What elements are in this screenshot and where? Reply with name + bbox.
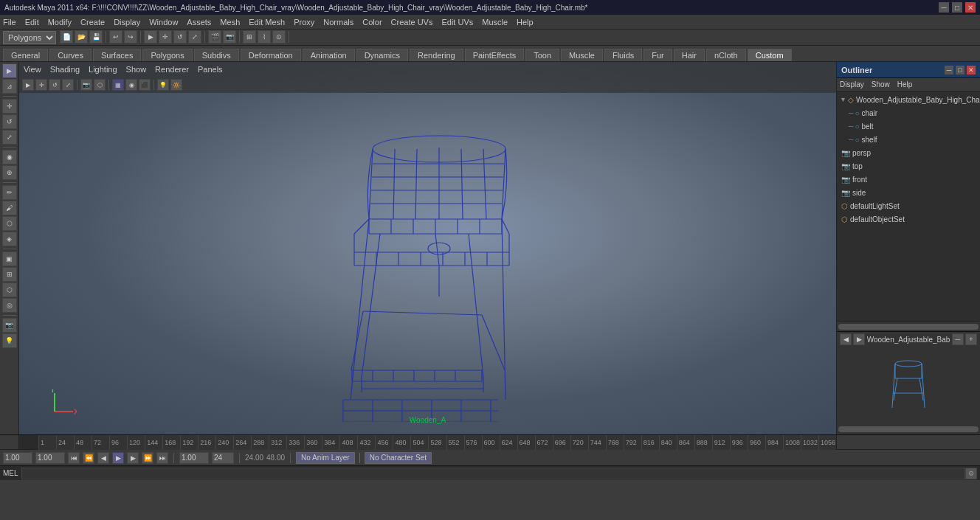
move-btn[interactable]: ✛ [2, 99, 17, 114]
step-back-btn[interactable]: ⏪ [83, 452, 94, 464]
outliner-item-belt[interactable]: ─ ○ belt [837, 119, 980, 133]
vt-persp-btn[interactable]: ⬡ [94, 79, 106, 91]
lasso-btn[interactable]: ⊿ [2, 79, 17, 94]
tab-painteffects[interactable]: PaintEffects [465, 49, 525, 61]
character-set-selector[interactable]: No Character Set [365, 452, 432, 464]
prev-frame-btn[interactable]: ◀ [97, 452, 109, 464]
select-tool-btn[interactable]: ▶ [144, 30, 157, 44]
panels-menu[interactable]: Panels [198, 65, 223, 74]
create-poly-btn[interactable]: ▣ [2, 252, 17, 266]
vt-texture-btn[interactable]: ⬛ [139, 79, 151, 91]
vt-select-btn[interactable]: ▶ [22, 79, 34, 91]
open-scene-btn[interactable]: 📂 [75, 30, 88, 44]
camera-btn[interactable]: 📷 [2, 318, 17, 333]
vt-camera-btn[interactable]: 📷 [80, 79, 92, 91]
menu-file[interactable]: File [3, 18, 16, 27]
menu-mesh[interactable]: Mesh [220, 18, 240, 27]
scale-tool-btn[interactable]: ⤢ [188, 30, 201, 44]
renderer-menu[interactable]: Renderer [155, 65, 189, 74]
show-menu[interactable]: Show [126, 65, 147, 74]
vt-move-btn[interactable]: ✛ [35, 79, 47, 91]
outliner-item-side[interactable]: 📷 side [837, 186, 980, 199]
menu-muscle[interactable]: Muscle [482, 18, 508, 27]
show-manip-btn[interactable]: ⊕ [2, 165, 17, 180]
tab-rendering[interactable]: Rendering [410, 49, 463, 61]
redo-btn[interactable]: ↪ [124, 30, 137, 44]
outliner-item-top[interactable]: 📷 top [837, 159, 980, 173]
tab-animation[interactable]: Animation [303, 49, 355, 61]
vt-scale-btn[interactable]: ⤢ [62, 79, 74, 91]
tab-custom[interactable]: Custom [748, 49, 792, 61]
outliner-item-lightset[interactable]: ⬡ defaultLightSet [837, 199, 980, 212]
art-attr-btn[interactable]: ⬡ [2, 216, 17, 231]
soft-select-btn[interactable]: ◉ [2, 150, 17, 164]
tab-general[interactable]: General [3, 49, 48, 61]
menu-normals[interactable]: Normals [323, 18, 353, 27]
vt-rotate-btn[interactable]: ↺ [49, 79, 61, 91]
menu-edit-mesh[interactable]: Edit Mesh [249, 18, 285, 27]
tab-fur[interactable]: Fur [643, 49, 672, 61]
anim-layer-selector[interactable]: No Anim Layer [296, 452, 355, 464]
next-frame-btn[interactable]: ▶ [127, 452, 139, 464]
tab-curves[interactable]: Curves [49, 49, 92, 61]
vt-wireframe-btn[interactable]: ▦ [112, 79, 124, 91]
next-scroll-btn[interactable]: ▶ [853, 333, 865, 345]
vt-shadows-btn[interactable]: 🔆 [170, 79, 182, 91]
view-menu[interactable]: View [24, 65, 41, 74]
outliner-item-root[interactable]: ▼ ◇ Wooden_Adjustable_Baby_High_Chair [837, 93, 980, 106]
tab-muscle[interactable]: Muscle [561, 49, 603, 61]
snap-curve-btn[interactable]: ⌇ [258, 30, 271, 44]
menu-display[interactable]: Display [114, 18, 140, 27]
maximize-button[interactable]: □ [952, 2, 962, 13]
vt-lights-btn[interactable]: 💡 [157, 79, 169, 91]
menu-help[interactable]: Help [517, 18, 534, 27]
outliner-minimize[interactable]: ─ [945, 66, 953, 74]
prev-scroll-btn[interactable]: ◀ [840, 333, 852, 345]
ipr-btn[interactable]: 📷 [223, 30, 236, 44]
sculpt-btn[interactable]: ✏ [2, 185, 17, 200]
tab-subdivs[interactable]: Subdivs [194, 49, 239, 61]
zoom-out-btn[interactable]: ─ [952, 333, 964, 345]
menu-modify[interactable]: Modify [48, 18, 72, 27]
zoom-in-btn[interactable]: + [965, 333, 977, 345]
outliner-item-objectset[interactable]: ⬡ defaultObjectSet [837, 212, 980, 226]
vt-smooth-btn[interactable]: ◉ [125, 79, 137, 91]
outliner-item-shelf[interactable]: ─ ○ shelf [837, 133, 980, 146]
outliner-menu-display[interactable]: Display [840, 80, 864, 89]
skip-start-btn[interactable]: ⏮ [68, 452, 80, 464]
outliner-hscroll[interactable] [837, 321, 980, 331]
timeline-ruler[interactable]: 1244872961201441681922162402642883123363… [38, 435, 836, 450]
menu-window[interactable]: Window [149, 18, 178, 27]
menu-edit[interactable]: Edit [25, 18, 39, 27]
menu-proxy[interactable]: Proxy [294, 18, 314, 27]
outliner-item-persp[interactable]: 📷 persp [837, 146, 980, 159]
menu-edit-uvs[interactable]: Edit UVs [441, 18, 473, 27]
shading-menu[interactable]: Shading [50, 65, 80, 74]
mode-dropdown[interactable]: Polygons [3, 31, 56, 44]
save-scene-btn[interactable]: 💾 [89, 30, 103, 44]
menu-assets[interactable]: Assets [187, 18, 211, 27]
status-icon[interactable]: ⚙ [965, 468, 977, 479]
outliner-menu-show[interactable]: Show [872, 80, 890, 89]
move-tool-btn[interactable]: ✛ [159, 30, 172, 44]
snap-point-btn[interactable]: ⊙ [272, 30, 286, 44]
tab-fluids[interactable]: Fluids [604, 49, 642, 61]
rotate-tool-btn[interactable]: ↺ [173, 30, 187, 44]
tab-deformation[interactable]: Deformation [241, 49, 301, 61]
outliner-item-chair[interactable]: ─ ○ chair [837, 106, 980, 119]
play-btn[interactable]: ▶ [112, 452, 124, 464]
skip-end-btn[interactable]: ⏭ [156, 452, 168, 464]
outliner-maximize[interactable]: □ [956, 66, 965, 74]
paint-btn[interactable]: 🖌 [2, 201, 17, 215]
scale-btn[interactable]: ⤢ [2, 130, 17, 145]
boolean-btn[interactable]: ⊞ [2, 267, 17, 282]
tab-ncloth[interactable]: nCloth [706, 49, 746, 61]
start-time-input[interactable] [3, 452, 32, 464]
anim-start-input[interactable] [179, 452, 209, 464]
minimize-button[interactable]: ─ [939, 2, 949, 13]
snap-grid-btn[interactable]: ⊞ [243, 30, 256, 44]
tab-polygons[interactable]: Polygons [142, 49, 192, 61]
outliner-item-front[interactable]: 📷 front [837, 173, 980, 186]
mirror-btn[interactable]: ⬡ [2, 282, 17, 297]
smooth-btn[interactable]: ◎ [2, 298, 17, 313]
